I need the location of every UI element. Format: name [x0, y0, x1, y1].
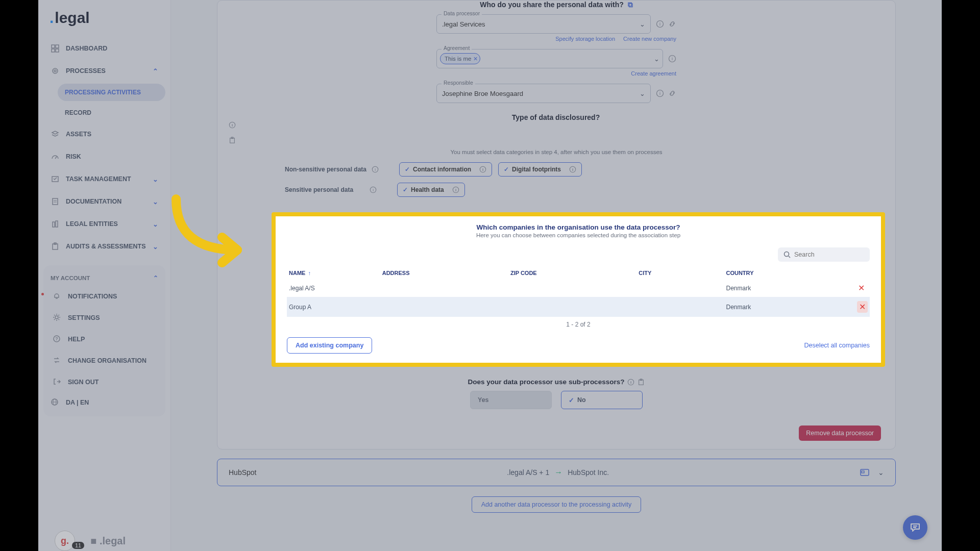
svg-text:i: i	[659, 21, 660, 27]
svg-text:i: i	[455, 188, 456, 192]
nav-label: ASSETS	[66, 131, 91, 138]
col-zip[interactable]: ZIP CODE	[508, 267, 636, 279]
remove-row-icon[interactable]: ✕	[857, 301, 868, 313]
svg-text:i: i	[373, 188, 374, 192]
globe-icon	[51, 398, 60, 407]
chat-button[interactable]	[903, 515, 927, 540]
clipboard-icon[interactable]	[229, 137, 884, 144]
account-settings[interactable]: SETTINGS	[45, 308, 163, 328]
chat-icon	[909, 521, 921, 534]
settings-icon	[53, 313, 62, 322]
chip-contact-info[interactable]: ✓Contact informationi	[399, 162, 492, 177]
account-help[interactable]: ? HELP	[45, 330, 163, 349]
subprocessor-question: Does your data processor use sub-process…	[217, 378, 895, 386]
remove-data-processor-button[interactable]: Remove data processor	[799, 425, 881, 441]
agreement-tag[interactable]: This is me×	[440, 53, 480, 64]
sidebar: .legal DASHBOARD PROCESSES ⌃ PROCESSING …	[38, 0, 171, 551]
info-icon[interactable]: i	[479, 166, 486, 173]
nav-audits[interactable]: AUDITS & ASSESSMENTS ⌄	[43, 237, 165, 256]
main-content: Who do you share the personal data with?…	[171, 0, 942, 551]
card-icon[interactable]	[860, 467, 870, 478]
nav-task-management[interactable]: TASK MANAGEMENT ⌄	[43, 169, 165, 189]
hubspot-card[interactable]: HubSpot .legal A/S + 1 → HubSpot Inc. ⌄	[217, 459, 896, 486]
info-icon[interactable]: i	[656, 89, 664, 97]
table-paging: 1 - 2 of 2	[287, 317, 870, 332]
col-name[interactable]: NAME ↑	[287, 267, 380, 279]
info-icon[interactable]: i	[372, 166, 379, 173]
field-label: Agreement	[442, 45, 472, 51]
account-notifications[interactable]: NOTIFICATIONS	[45, 287, 163, 306]
language-switch[interactable]: DA | EN	[43, 394, 165, 411]
nav-label: TASK MANAGEMENT	[66, 176, 131, 183]
notification-dot-icon	[41, 293, 44, 295]
table-row[interactable]: .legal A/SDenmark ✕	[287, 279, 870, 297]
info-icon[interactable]: i	[370, 186, 377, 193]
nav-legal-entities[interactable]: LEGAL ENTITIES ⌄	[43, 214, 165, 234]
remove-tag-icon[interactable]: ×	[473, 55, 477, 63]
deselect-all-link[interactable]: Deselect all companies	[804, 342, 870, 349]
clipboard-icon[interactable]	[638, 379, 645, 386]
table-row[interactable]: Group ADenmark ✕	[287, 297, 870, 317]
subprocessor-no-button[interactable]: ✓No	[561, 391, 643, 409]
panel-title: Which companies in the organisation use …	[287, 223, 870, 231]
nav-documentation[interactable]: DOCUMENTATION ⌄	[43, 192, 165, 211]
nav-label: RISK	[66, 153, 81, 160]
chip-digital-footprints[interactable]: ✓Digital footprintsi	[498, 162, 582, 177]
add-existing-company-button[interactable]: Add existing company	[287, 337, 372, 354]
link-icon[interactable]	[668, 89, 676, 97]
chevron-down-icon: ⌄	[153, 220, 158, 228]
account-change-org[interactable]: CHANGE ORGANISATION	[45, 351, 163, 370]
info-icon[interactable]: i	[569, 166, 576, 173]
search-icon	[783, 251, 791, 259]
subprocessor-yes-button[interactable]: Yes	[470, 391, 552, 409]
info-icon[interactable]: i	[627, 379, 634, 386]
col-address[interactable]: ADDRESS	[380, 267, 508, 279]
responsible-select[interactable]: Josephine Broe Moesgaard ⌄	[436, 84, 651, 103]
type-help: You must select data categories in step …	[229, 149, 884, 155]
svg-rect-8	[53, 198, 58, 205]
clipboard-icon	[51, 242, 60, 251]
info-icon[interactable]: i	[656, 20, 664, 28]
link-icon[interactable]	[668, 20, 676, 28]
link-create-agreement[interactable]: Create agreement	[631, 70, 676, 77]
agreement-select[interactable]: This is me× ⌄	[436, 49, 663, 68]
chevron-down-icon: ⌄	[640, 20, 645, 28]
field-label: Data processor	[442, 10, 482, 16]
search-input-wrap[interactable]	[778, 247, 870, 262]
nav-risk[interactable]: RISK	[43, 147, 165, 166]
g-badge-icon[interactable]: g.	[55, 531, 75, 551]
svg-text:i: i	[375, 167, 376, 172]
companies-table: NAME ↑ ADDRESS ZIP CODE CITY COUNTRY .le…	[287, 267, 870, 317]
grid-icon	[51, 44, 60, 53]
processor-card: Who do you share the personal data with?…	[217, 0, 896, 449]
col-city[interactable]: CITY	[636, 267, 724, 279]
info-icon[interactable]: i	[229, 121, 884, 129]
nav-processes[interactable]: PROCESSES ⌃	[43, 61, 165, 81]
info-icon[interactable]: i	[668, 55, 676, 63]
link-specify-storage[interactable]: Specify storage location	[555, 36, 615, 42]
nav-dashboard[interactable]: DASHBOARD	[43, 39, 165, 58]
account-signout[interactable]: SIGN OUT	[45, 372, 163, 392]
add-another-processor-button[interactable]: Add another data processor to the proces…	[472, 496, 642, 513]
col-country[interactable]: COUNTRY	[724, 267, 829, 279]
nav-assets[interactable]: ASSETS	[43, 124, 165, 144]
chevron-down-icon: ⌄	[153, 198, 158, 206]
link-create-company[interactable]: Create new company	[623, 36, 676, 42]
info-icon[interactable]: i	[452, 186, 459, 193]
chevron-down-icon: ⌄	[153, 176, 158, 183]
copy-icon[interactable]: ⧉	[628, 1, 633, 9]
check-icon: ✓	[569, 396, 574, 404]
sensitive-label: Sensitive personal data	[285, 186, 353, 193]
remove-row-icon[interactable]: ✕	[858, 283, 868, 293]
panel-subtitle: Here you can choose between companies se…	[287, 232, 870, 238]
chip-health-data[interactable]: ✓Health datai	[397, 183, 465, 197]
search-input[interactable]	[794, 251, 865, 258]
footer-badge: g. 11 ■ .legal	[55, 531, 126, 551]
data-processor-select[interactable]: .legal Services ⌄	[436, 14, 651, 34]
help-icon: ?	[53, 335, 62, 344]
chevron-down-icon[interactable]: ⌄	[878, 468, 884, 477]
subnav-processing-activities[interactable]: PROCESSING ACTIVITIES	[58, 84, 165, 101]
account-header[interactable]: MY ACCOUNT ⌃	[43, 267, 165, 285]
svg-text:i: i	[482, 167, 483, 172]
subnav-record[interactable]: RECORD	[58, 104, 165, 121]
